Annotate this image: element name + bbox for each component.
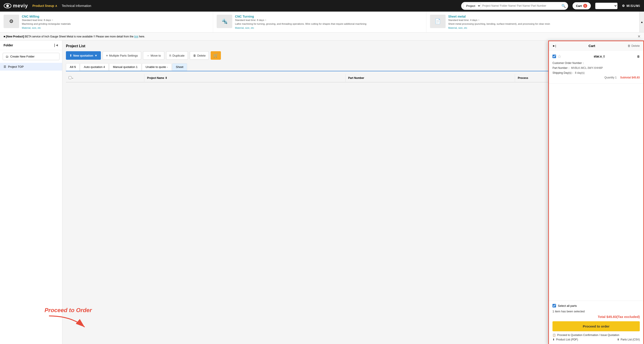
cart-item: ☆ star.x_t 🗑 Customer Order Number： Part… (549, 51, 643, 83)
cart-panel-toggle[interactable]: ►| (552, 44, 556, 48)
tab-all[interactable]: All 5 (66, 63, 80, 71)
cnc-milling-link[interactable]: Material, size, etc (22, 27, 209, 29)
shipping-row: Shipping Day(s)： 8 day(s) (552, 71, 640, 76)
sheet-metal-image: 📄 (430, 15, 446, 28)
nav-tech[interactable]: Technical Information (62, 4, 91, 8)
quantity-subtotal-row: Quantity 1 Subtotal $45.83 (552, 75, 640, 80)
sheet-metal-lead: Standard lead time: 4 days ~ (448, 19, 636, 21)
customer-order-row: Customer Order Number： (552, 61, 640, 66)
cart-icon: 🛒 (213, 53, 218, 58)
tab-sheet[interactable]: Sheet (172, 63, 187, 71)
nav-product[interactable]: Product lineup ∧ (32, 4, 57, 8)
cart-panel-delete[interactable]: 🗑 Delete (628, 44, 640, 48)
star-icon[interactable]: ☆ (558, 54, 562, 59)
product-list-pdf-link[interactable]: ⬇ Product List (PDF) (552, 338, 578, 341)
logo-area[interactable]: meviy (4, 2, 28, 10)
sidebar-toggle[interactable]: |◄ (54, 43, 58, 47)
csv-icon: ⬇ (617, 338, 619, 341)
main-layout: Folder |◄ 🗂 Create New Folder ☰ Project … (0, 41, 644, 344)
create-folder-icon: 🗂 (6, 55, 8, 58)
cart-button[interactable]: Cart 1 (572, 2, 591, 9)
move-to-label: Move to (150, 54, 161, 57)
new-quotation-label: New quotation (73, 54, 93, 57)
delete-label: Delete (197, 54, 206, 57)
cnc-turning-link[interactable]: Material, size, etc (235, 27, 422, 29)
banner-scroll-btn[interactable]: ▲ (640, 12, 644, 32)
annotation-area: Proceed to Order (44, 307, 92, 331)
cart-item-name: star.x_t (594, 55, 604, 58)
proceed-order-button[interactable]: Proceed to order (552, 321, 640, 331)
search-bar: Project 🔍 (461, 2, 568, 10)
project-top-item[interactable]: ☰ Project TOP (0, 63, 62, 71)
select-all-cart-checkbox[interactable] (552, 304, 556, 307)
misumi-logo: ⚙ MiSUMi (622, 4, 640, 8)
project-top-icon: ☰ (4, 65, 6, 68)
duplicate-label: Duplicate (172, 54, 184, 57)
move-to-button[interactable]: → Move to (143, 51, 164, 60)
quantity-label: Quantity 1 (604, 75, 616, 80)
search-input[interactable] (482, 4, 562, 7)
shipping-value: 8 day(s) (575, 71, 584, 74)
cnc-milling-desc: Machining and grinding rectangular mater… (22, 22, 209, 26)
delete-label: Delete (631, 44, 640, 48)
product-card-sheet-metal[interactable]: 📄 Sheet metal Standard lead time: 4 days… (426, 12, 640, 32)
cart-yellow-button[interactable]: 🛒 (211, 51, 221, 60)
dropdown-icon: ▼ (95, 54, 98, 57)
cart-panel-title: Cart (588, 44, 595, 48)
selected-count: 1 item has been selected (552, 310, 640, 313)
cart-item-details: Customer Order Number： Part Number： MVBL… (552, 61, 640, 80)
delete-icon: 🗑 (193, 54, 196, 57)
pdf-icon: ⬇ (552, 338, 555, 341)
cart-bottom-row: ⬇ Product List (PDF) ⬇ Parts List (CSV) (552, 338, 640, 341)
cnc-turning-image: 🔩 (217, 15, 232, 28)
cnc-milling-title: CNC Milling (22, 15, 209, 18)
cart-panel-header: ►| Cart 🗑 Delete (549, 41, 643, 51)
cnc-milling-lead: Standard lead time: 8 days ~ (22, 19, 209, 21)
language-select[interactable] (595, 3, 618, 9)
col-part-number: Part Number (346, 74, 515, 82)
header: meviy Product lineup ∧ Technical Informa… (0, 0, 644, 12)
duplicate-button[interactable]: ⎘ Duplicate (166, 51, 188, 60)
tab-manual[interactable]: Manual quotation 1 (109, 63, 142, 71)
project-top-label: Project TOP (8, 65, 24, 68)
trash-icon: 🗑 (628, 44, 630, 48)
sheet-metal-link[interactable]: Material, size, etc (448, 27, 636, 29)
new-quotation-button[interactable]: ⬆ New quotation ▼ (66, 51, 101, 60)
cart-item-checkbox[interactable] (552, 55, 556, 58)
cart-item-delete-icon[interactable]: 🗑 (637, 55, 640, 58)
subtotal-value: Subtotal $45.83 (620, 75, 640, 80)
annotation-arrow (44, 314, 89, 331)
search-button[interactable]: 🔍 (562, 4, 566, 8)
notification-bar: ■ [New Product] BETA service of Inch Gau… (0, 33, 644, 41)
tab-auto[interactable]: Auto quotation 4 (80, 63, 109, 71)
multiple-parts-icon: ≡ (106, 54, 108, 57)
product-card-cnc-turning[interactable]: 🔩 CNC Turning Standard lead time: 8 days… (213, 12, 426, 32)
cart-links: 📋 Proceed to Quotation Confirmation / Is… (552, 333, 640, 341)
cnc-turning-lead: Standard lead time: 8 days ~ (235, 19, 422, 21)
cnc-turning-desc: Lathe machining for turning, grooving, a… (235, 22, 422, 26)
delete-button[interactable]: 🗑 Delete (190, 51, 209, 60)
cnc-turning-title: CNC Turning (235, 15, 422, 18)
notification-text: ■ [New Product] BETA service of Inch Gau… (4, 35, 145, 38)
product-card-cnc-milling[interactable]: ⚙ CNC Milling Standard lead time: 8 days… (0, 12, 213, 32)
notification-link[interactable]: link (134, 35, 138, 38)
duplicate-icon: ⎘ (170, 54, 171, 57)
create-folder-label: Create New Folder (10, 55, 34, 58)
quotation-confirm-link[interactable]: 📋 Proceed to Quotation Confirmation / Is… (552, 333, 640, 337)
search-dropdown[interactable]: Project (464, 3, 481, 9)
select-all-checkbox[interactable] (68, 76, 72, 79)
sidebar-header: Folder |◄ (0, 41, 62, 50)
product-banner: ⚙ CNC Milling Standard lead time: 8 days… (0, 12, 644, 33)
create-folder-button[interactable]: 🗂 Create New Folder (3, 53, 60, 60)
sidebar: Folder |◄ 🗂 Create New Folder ☰ Project … (0, 41, 62, 344)
total-amount: Total $45.83(Tax excluded) (552, 315, 640, 318)
parts-list-csv-link[interactable]: ⬇ Parts List (CSV) (617, 338, 640, 341)
svg-point-1 (6, 5, 9, 7)
tab-unable[interactable]: Unable to quote - (142, 63, 172, 71)
annotation-text: Proceed to Order (44, 307, 92, 314)
notification-close[interactable]: ✕ (638, 34, 640, 39)
quotation-icon: 📋 (552, 333, 556, 337)
multiple-parts-button[interactable]: ≡ Multiple Parts Settings (103, 51, 141, 60)
col-project-name[interactable]: Project Name ⇕ (144, 74, 346, 82)
multiple-parts-label: Multiple Parts Settings (109, 54, 138, 57)
